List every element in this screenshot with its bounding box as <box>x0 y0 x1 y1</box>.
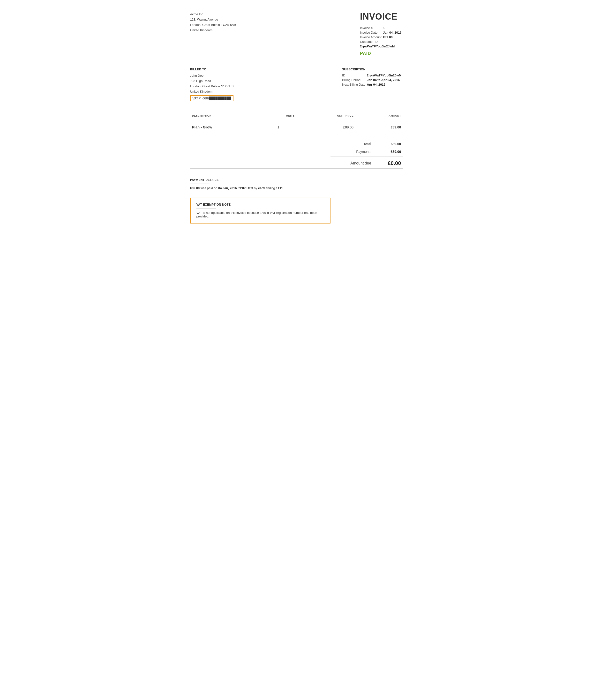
subscription-id-label: ID <box>342 73 367 78</box>
billing-period-row: Billing Period Jan 04 to Apr 04, 2016 <box>342 78 403 82</box>
company-name: Acme Inc <box>190 12 236 17</box>
billing-period-value: Jan 04 to Apr 04, 2016 <box>367 78 403 82</box>
row-unit-price: £89.00 <box>296 120 355 134</box>
col-unit-price: UNIT PRICE <box>296 111 355 120</box>
row-amount: £89.00 <box>355 120 403 134</box>
payment-details-section: PAYMENT DETAILS £89.00 was paid on 04 Ja… <box>190 178 403 190</box>
invoice-date-label: Invoice Date <box>360 30 383 35</box>
customer-id-value-row: 2rprAVaTPYoL0in2JwM <box>360 44 403 49</box>
payment-method: card <box>258 186 265 190</box>
amount-due-row: Amount due £0.00 <box>330 157 403 169</box>
col-description: DESCRIPTION <box>190 111 260 120</box>
header-section: Acme Inc 123, Walnut Avenue London, Grea… <box>190 12 403 56</box>
invoice-date-value: Jan 04, 2016 <box>383 30 403 35</box>
billed-to: BILLED TO John Doe 735 High Road London,… <box>190 68 234 101</box>
billed-to-country: United Kingdom <box>190 89 234 94</box>
payment-amount: £89.00 <box>190 186 200 190</box>
invoice-title: INVOICE <box>360 12 403 22</box>
invoice-amount-value: £89.00 <box>383 35 403 39</box>
company-address-line2: London, Great Britain EC2R 6AB <box>190 22 236 28</box>
customer-id-label: Customer ID <box>360 39 383 44</box>
invoice-number-value: 1 <box>383 26 403 30</box>
vat-number-box: VAT #: GB8██████████ <box>190 95 234 101</box>
items-table: DESCRIPTION UNITS UNIT PRICE AMOUNT Plan… <box>190 111 403 134</box>
billed-to-label: BILLED TO <box>190 68 234 71</box>
paid-badge: PAID <box>360 51 403 56</box>
payments-label: Payments <box>330 148 373 157</box>
payment-text-ending: ending <box>266 186 275 190</box>
next-billing-value: Apr 04, 2016 <box>367 82 403 87</box>
payment-text-prefix: was paid on <box>201 186 217 190</box>
total-label: Total <box>330 140 373 148</box>
table-row: Plan - Grow 1 £89.00 £89.00 <box>190 120 403 134</box>
payment-text-by: by <box>254 186 257 190</box>
payments-value: -£89.00 <box>373 148 403 157</box>
next-billing-label: Next Billing Date <box>342 82 367 87</box>
subscription-label: SUBSCRIPTION <box>342 68 403 71</box>
subscription-info: SUBSCRIPTION ID 2rprAVaTPYoL0in2JwM Bill… <box>342 68 403 101</box>
col-units: UNITS <box>260 111 296 120</box>
invoice-date-row: Invoice Date Jan 04, 2016 <box>360 30 403 35</box>
payment-details-text: £89.00 was paid on 04 Jan, 2016 09:07 UT… <box>190 186 403 190</box>
billed-to-name: John Doe <box>190 73 234 78</box>
vat-exemption-text: VAT is not applicable on this invoice be… <box>196 211 324 218</box>
amount-due-label: Amount due <box>330 157 373 169</box>
billed-to-address2: London, Great Britain N12 0US <box>190 84 234 89</box>
company-country: United Kingdom <box>190 28 236 33</box>
customer-id-value: 2rprAVaTPYoL0in2JwM <box>360 44 403 49</box>
vat-value: GB8██████████ <box>202 96 231 100</box>
billing-section: BILLED TO John Doe 735 High Road London,… <box>190 68 403 101</box>
invoice-number-row: Invoice # 1 <box>360 26 403 30</box>
invoice-number-label: Invoice # <box>360 26 383 30</box>
vat-label: VAT #: <box>193 96 202 100</box>
invoice-meta: Invoice # 1 Invoice Date Jan 04, 2016 In… <box>360 26 403 56</box>
vat-exemption-label: VAT EXEMPTION NOTE <box>196 203 324 206</box>
billed-to-address1: 735 High Road <box>190 78 234 84</box>
billing-period-label: Billing Period <box>342 78 367 82</box>
customer-id-row: Customer ID <box>360 39 403 44</box>
subscription-id-row: ID 2rprAVaTPYoL0in2JwM <box>342 73 403 78</box>
payment-card-ending: 1111 <box>276 186 283 190</box>
row-units: 1 <box>260 120 296 134</box>
totals-table: Total £89.00 Payments -£89.00 Amount due… <box>330 140 403 168</box>
total-value: £89.00 <box>373 140 403 148</box>
company-address-line1: 123, Walnut Avenue <box>190 17 236 22</box>
payment-details-label: PAYMENT DETAILS <box>190 178 403 182</box>
payments-row: Payments -£89.00 <box>330 148 403 157</box>
vat-exemption-box: VAT EXEMPTION NOTE VAT is not applicable… <box>190 198 330 223</box>
col-amount: AMOUNT <box>355 111 403 120</box>
company-info: Acme Inc 123, Walnut Avenue London, Grea… <box>190 12 236 56</box>
subscription-id-value: 2rprAVaTPYoL0in2JwM <box>367 73 403 78</box>
row-description: Plan - Grow <box>190 120 260 134</box>
next-billing-row: Next Billing Date Apr 04, 2016 <box>342 82 403 87</box>
total-row: Total £89.00 <box>330 140 403 148</box>
invoice-amount-label: Invoice Amount <box>360 35 383 39</box>
invoice-amount-row: Invoice Amount £89.00 <box>360 35 403 39</box>
totals-section: Total £89.00 Payments -£89.00 Amount due… <box>190 140 403 169</box>
payment-details-divider <box>190 183 209 184</box>
table-header-row: DESCRIPTION UNITS UNIT PRICE AMOUNT <box>190 111 403 120</box>
payment-date: 04 Jan, 2016 09:07 UTC <box>218 186 253 190</box>
invoice-right: INVOICE Invoice # 1 Invoice Date Jan 04,… <box>360 12 403 56</box>
amount-due-value: £0.00 <box>373 157 403 169</box>
